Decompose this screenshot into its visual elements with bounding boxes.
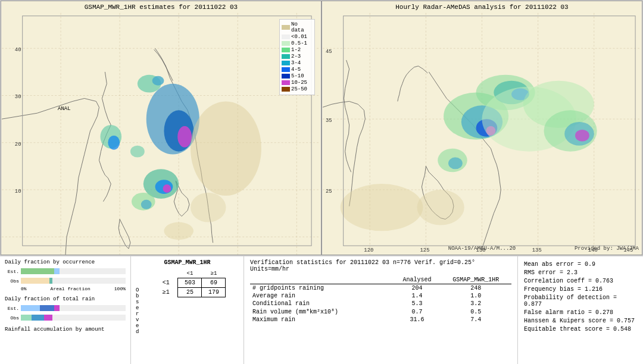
maps-row: GSMAP_MWR_1HR estimates for 20111022 03 (0, 0, 643, 256)
obs-label-rain: Obs (5, 315, 19, 321)
svg-text:25: 25 (326, 189, 332, 194)
est-bar-rain: Est. (5, 304, 126, 312)
svg-text:135: 135 (532, 247, 542, 253)
contingency-col1-header: <1 (178, 269, 202, 278)
verification-val-b-1: 1.0 (440, 292, 511, 300)
verification-row-1: Average rain 1.4 1.0 (250, 292, 511, 300)
svg-point-55 (448, 158, 463, 170)
legend-5-10: 5-10 (282, 73, 313, 79)
contingency-col2-header: ≥1 (202, 269, 226, 278)
svg-text:20: 20 (15, 142, 21, 148)
legend-label-10-25: 10-25 (291, 80, 307, 86)
obs-label-occ: Obs (5, 278, 19, 284)
legend-2-3: 2-3 (282, 54, 313, 59)
verification-label-4: Maximum rain (250, 316, 394, 324)
map-attribution-right: Provided by: JWA/JMA (575, 246, 639, 252)
verification-row-3: Rain volume (mm*km²x10⁸) 0.7 0.5 (250, 307, 511, 316)
contingency-row2: ≥1 25 179 (154, 288, 226, 297)
obs-bar-rain: Obs (5, 313, 126, 322)
right-map-svg: 45 35 25 120 125 130 135 140 145 (322, 1, 642, 255)
est-bar-blue-rain (40, 305, 55, 311)
stat-line-6: Hanssen & Kuipers score = 0.757 (524, 318, 637, 324)
legend-panel: No data <0.01 0.5-1 1-2 2-3 (279, 19, 315, 95)
svg-text:40: 40 (15, 47, 21, 53)
contingency-row1-header: <1 (154, 278, 178, 288)
verification-val-a-1: 1.4 (394, 292, 440, 300)
contingency-row1: <1 503 69 (154, 278, 226, 288)
est-bar-occurrence: Est. (5, 267, 126, 275)
verification-col-gsmap: GSMAP_MWR_1HR (440, 276, 511, 284)
left-map-title: GSMAP_MWR_1HR estimates for 20111022 03 (85, 4, 238, 11)
svg-point-57 (417, 190, 464, 225)
legend-label-lt001: <0.01 (291, 34, 307, 40)
est-bar-blue-occ (54, 268, 60, 274)
legend-color-05-1 (282, 41, 290, 46)
legend-color-no-data (282, 25, 290, 30)
total-rain-chart-title: Daily fraction of total rain (5, 296, 126, 302)
verification-label-1: Average rain (250, 292, 394, 300)
svg-text:120: 120 (364, 247, 373, 253)
est-bar-fill-rain (21, 305, 40, 311)
svg-point-13 (177, 126, 192, 148)
legend-color-lt001 (282, 34, 290, 39)
map-attribution-left: NOAA-19/AMSU-A/M...20 (448, 246, 516, 252)
contingency-header-row: <1 ≥1 (154, 269, 226, 278)
svg-text:30: 30 (15, 94, 21, 100)
svg-text:35: 35 (326, 118, 332, 124)
verification-title: Verification statistics for 20111022 03 … (250, 259, 511, 272)
legend-label-2-3: 2-3 (291, 54, 301, 59)
obs-bar-fill-rain (21, 315, 32, 321)
svg-text:125: 125 (420, 247, 429, 253)
legend-1-2: 1-2 (282, 47, 313, 53)
legend-label-25-50: 25-50 (291, 86, 307, 92)
svg-point-20 (108, 136, 120, 150)
legend-label-no-data: No data (291, 21, 313, 33)
right-map-title: Hourly Radar-AMeDAS analysis for 2011102… (395, 4, 568, 11)
contingency-cell-b: 69 (202, 278, 226, 288)
axis-labels-occ: 0% Areal fraction 100% (5, 286, 126, 291)
legend-25-50: 25-50 (282, 86, 313, 92)
verification-empty-header (250, 276, 394, 284)
obs-bar-magenta2-rain (44, 315, 52, 321)
stat-line-0: Mean abs error = 0.9 (524, 261, 637, 268)
obs-bar-occurrence: Obs (5, 277, 126, 285)
est-label-occ: Est. (5, 269, 19, 274)
legend-label-3-4: 3-4 (291, 60, 301, 66)
accumulation-label: Rainfall accumulation by amount (5, 327, 126, 332)
verification-val-a-4: 31.6 (394, 316, 440, 324)
svg-point-22 (141, 200, 152, 209)
verification-label-3: Rain volume (mm*km²x10⁸) (250, 307, 394, 316)
total-rain-bar-chart: Est. Obs (5, 304, 126, 322)
est-bar-fill-occ (21, 268, 54, 274)
occurrence-bar-chart: Est. Obs 0% Areal fraction 1 (5, 267, 126, 291)
verification-val-a-2: 5.3 (394, 300, 440, 307)
verification-row-4: Maximum rain 31.6 7.4 (250, 316, 511, 324)
est-bar-magenta-rain (54, 305, 60, 311)
contingency-table: <1 ≥1 <1 503 69 ≥1 25 179 (154, 269, 226, 297)
contingency-cell-c: 25 (178, 288, 202, 297)
obs-bar-blue2-rain (32, 315, 44, 321)
svg-point-56 (341, 184, 423, 231)
left-map-panel: GSMAP_MWR_1HR estimates for 20111022 03 (1, 1, 322, 255)
legend-no-data: No data (282, 21, 313, 33)
obs-vertical-label: O b s e r v e d (136, 287, 139, 335)
legend-4-5: 4-5 (282, 67, 313, 73)
est-bar-container-occ (21, 268, 126, 274)
axis-mid-occ: Areal fraction (51, 286, 90, 291)
left-map-svg: 40 30 20 10 ANAL (1, 1, 321, 255)
svg-point-24 (191, 101, 261, 196)
stat-line-3: Frequency bias = 1.216 (524, 286, 637, 293)
verification-col-analysed: Analysed (394, 276, 440, 284)
verification-panel: Verification statistics for 20111022 03 … (244, 256, 518, 364)
contingency-row2-header: ≥1 (154, 288, 178, 297)
svg-point-18 (163, 184, 171, 193)
contingency-cell-a: 503 (178, 278, 202, 288)
legend-color-2-3 (282, 54, 290, 59)
contingency-title: GSMAP_MWR_1HR (136, 259, 239, 266)
svg-point-23 (130, 146, 145, 158)
axis-end-occ: 100% (114, 286, 126, 291)
verification-val-b-2: 3.2 (440, 300, 511, 307)
contingency-panel: GSMAP_MWR_1HR O b s e r v e d <1 ≥1 (131, 256, 244, 364)
svg-text:ANAL: ANAL (58, 106, 70, 112)
legend-label-05-1: 0.5-1 (291, 40, 307, 46)
